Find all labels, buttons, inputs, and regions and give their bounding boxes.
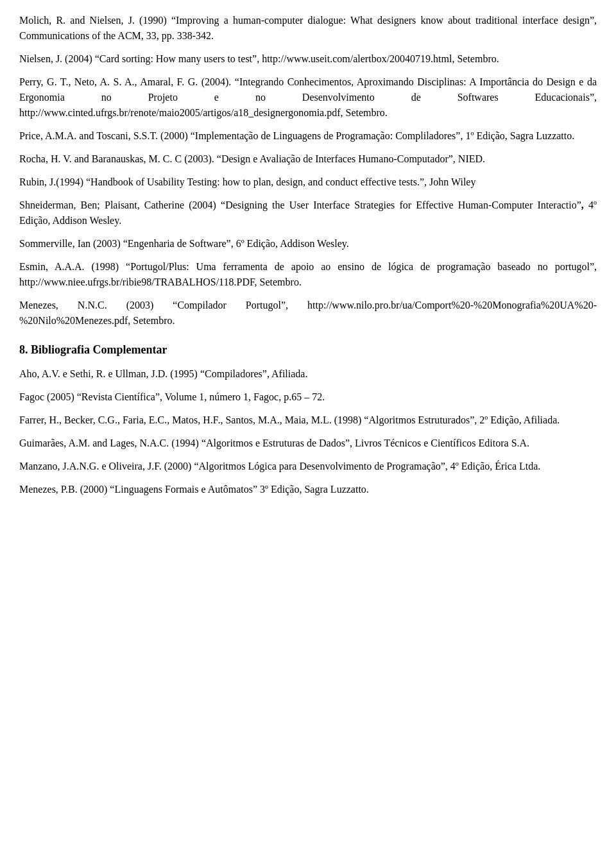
reference-perry: Perry, G. T., Neto, A. S. A., Amaral, F.… — [19, 74, 597, 121]
bib-aho: Aho, A.V. e Sethi, R. e Ullman, J.D. (19… — [19, 366, 597, 382]
bib-fagoc: Fagoc (2005) “Revista Científica”, Volum… — [19, 389, 597, 405]
reference-molich: Molich, R. and Nielsen, J. (1990) “Impro… — [19, 13, 597, 44]
bibliography-section: Aho, A.V. e Sethi, R. e Ullman, J.D. (19… — [19, 366, 597, 497]
reference-rocha-text: Rocha, H. V. and Baranauskas, M. C. C (2… — [19, 153, 485, 164]
reference-rubin: Rubin, J.(1994) “Handbook of Usability T… — [19, 175, 597, 190]
bib-farrer: Farrer, H., Becker, C.G., Faria, E.C., M… — [19, 413, 597, 428]
bib-manzano-text: Manzano, J.A.N.G. e Oliveira, J.F. (2000… — [19, 461, 540, 472]
reference-esmin: Esmin, A.A.A. (1998) “Portugol/Plus: Uma… — [19, 259, 597, 290]
reference-rubin-text: Rubin, J.(1994) “Handbook of Usability T… — [19, 176, 475, 187]
reference-molich-text: Molich, R. and Nielsen, J. (1990) “Impro… — [19, 15, 597, 41]
bib-fagoc-text: Fagoc (2005) “Revista Científica”, Volum… — [19, 391, 325, 402]
reference-sommerville-text: Sommerville, Ian (2003) “Engenharia de S… — [19, 238, 349, 249]
bib-farrer-text: Farrer, H., Becker, C.G., Faria, E.C., M… — [19, 414, 560, 425]
section-heading-bibliography: 8. Bibliografia Complementar — [19, 341, 597, 359]
reference-shneiderman-text: Shneiderman, Ben; Plaisant, Catherine (2… — [19, 200, 597, 226]
reference-menezes: Menezes, N.N.C. (2003) “Compilador Portu… — [19, 298, 597, 328]
references-section: Molich, R. and Nielsen, J. (1990) “Impro… — [19, 13, 597, 328]
bib-guimaraes: Guimarães, A.M. and Lages, N.A.C. (1994)… — [19, 436, 597, 451]
bib-menezes2-text: Menezes, P.B. (2000) “Linguagens Formais… — [19, 484, 369, 495]
reference-perry-text: Perry, G. T., Neto, A. S. A., Amaral, F.… — [19, 76, 597, 118]
bib-aho-text: Aho, A.V. e Sethi, R. e Ullman, J.D. (19… — [19, 368, 307, 379]
reference-shneiderman: Shneiderman, Ben; Plaisant, Catherine (2… — [19, 198, 597, 228]
bib-guimaraes-text: Guimarães, A.M. and Lages, N.A.C. (1994)… — [19, 438, 529, 448]
reference-rocha: Rocha, H. V. and Baranauskas, M. C. C (2… — [19, 151, 597, 167]
reference-esmin-text: Esmin, A.A.A. (1998) “Portugol/Plus: Uma… — [19, 261, 597, 287]
reference-sommerville: Sommerville, Ian (2003) “Engenharia de S… — [19, 236, 597, 251]
reference-price: Price, A.M.A. and Toscani, S.S.T. (2000)… — [19, 128, 597, 144]
bib-menezes2: Menezes, P.B. (2000) “Linguagens Formais… — [19, 482, 597, 497]
reference-menezes-text: Menezes, N.N.C. (2003) “Compilador Portu… — [19, 300, 597, 326]
reference-price-text: Price, A.M.A. and Toscani, S.S.T. (2000)… — [19, 130, 574, 141]
reference-nielsen-text: Nielsen, J. (2004) “Card sorting: How ma… — [19, 53, 499, 64]
bib-manzano: Manzano, J.A.N.G. e Oliveira, J.F. (2000… — [19, 459, 597, 474]
reference-nielsen: Nielsen, J. (2004) “Card sorting: How ma… — [19, 51, 597, 67]
